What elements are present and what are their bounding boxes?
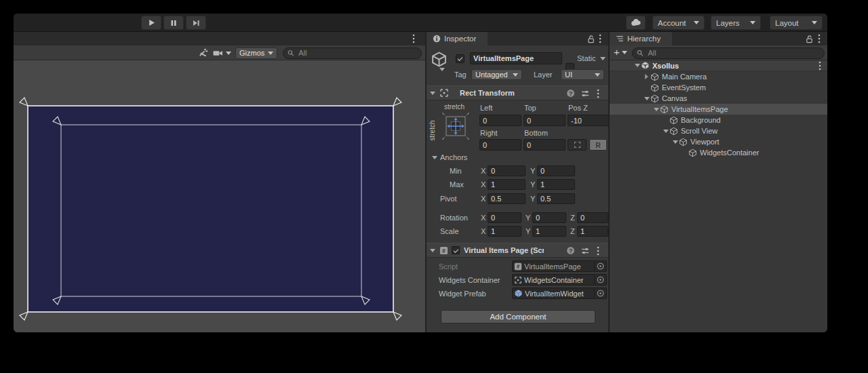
pivot-x-field[interactable] (488, 193, 526, 204)
account-dropdown[interactable]: Account (652, 16, 705, 30)
scene-row-xsollus[interactable]: Xsollus (610, 60, 827, 71)
foldout-expanded-icon[interactable] (663, 130, 669, 133)
play-button[interactable] (141, 16, 161, 30)
anchor-preset-widget[interactable] (441, 112, 470, 140)
create-object-button[interactable]: + (614, 47, 627, 58)
hierarchy-item-eventsystem[interactable]: EventSystem (610, 82, 827, 93)
inspector-tab-label: Inspector (444, 35, 476, 43)
hierarchy-item-main-camera[interactable]: Main Camera (610, 71, 827, 82)
scene-canvas[interactable] (14, 60, 425, 332)
anchor-min-y-field[interactable] (537, 165, 575, 176)
component-enabled-checkbox[interactable] (452, 246, 460, 254)
rotation-x-field[interactable] (488, 212, 521, 223)
hierarchy-item-background[interactable]: Background (610, 115, 827, 125)
scale-y-field[interactable] (532, 226, 566, 237)
anchor-min-x-field[interactable] (488, 165, 526, 176)
active-checkbox[interactable] (456, 54, 465, 63)
lock-icon[interactable] (587, 35, 595, 43)
foldout-expanded-icon[interactable] (430, 249, 435, 252)
foldout-expanded-icon[interactable] (430, 92, 435, 95)
hierarchy-item-virtualitemspage[interactable]: VirtualItemsPage (610, 104, 827, 115)
hierarchy-item-scroll-view[interactable]: Scroll View (610, 125, 827, 136)
anchor-max-y-field[interactable] (537, 179, 575, 190)
scene-search-field[interactable] (283, 47, 422, 59)
gizmos-dropdown[interactable]: Gizmos (235, 47, 277, 59)
anchor-handle-bottom-left[interactable] (20, 312, 28, 320)
help-icon[interactable] (566, 89, 575, 98)
hierarchy-menu-icon[interactable] (818, 34, 821, 43)
foldout-expanded-icon[interactable] (635, 64, 640, 67)
presets-icon[interactable] (580, 246, 590, 256)
rect-right-field[interactable] (479, 139, 521, 151)
scale-z-field[interactable] (577, 226, 608, 237)
hierarchy-item-canvas[interactable]: Canvas (610, 93, 827, 104)
anchor-handle-top-right[interactable] (393, 98, 401, 106)
lock-icon[interactable] (805, 35, 814, 43)
step-button[interactable] (186, 16, 206, 30)
add-component-label: Add Component (490, 313, 546, 321)
gameobject-icon-caret[interactable] (439, 68, 445, 71)
layer-dropdown[interactable]: UI (561, 69, 604, 80)
hierarchy-search-input[interactable] (646, 48, 820, 58)
cloud-services-button[interactable] (626, 16, 646, 30)
static-dropdown-caret[interactable] (600, 57, 606, 60)
object-picker-icon[interactable] (594, 262, 605, 271)
item-label: Canvas (662, 94, 687, 102)
anchor-max-x-field[interactable] (488, 179, 526, 190)
search-icon (288, 50, 294, 57)
scale-x-field[interactable] (488, 226, 521, 237)
rect-left-field[interactable] (479, 115, 521, 126)
help-icon[interactable] (566, 246, 575, 255)
pivot-y-field[interactable] (537, 193, 575, 204)
widgets-container-value: WidgetsContainer (524, 276, 583, 284)
rect-top-field[interactable] (524, 115, 566, 126)
rect-bottom-field[interactable] (524, 139, 566, 151)
rect-pos-z-field[interactable] (568, 115, 610, 126)
anchors-label: Anchors (440, 153, 467, 161)
scene-row-menu-icon[interactable] (818, 61, 821, 71)
account-label: Account (658, 19, 686, 27)
y-axis-label: Y (530, 167, 535, 175)
script-component-header[interactable]: Virtual Items Page (Script) (427, 243, 608, 258)
component-menu-icon[interactable] (597, 246, 599, 256)
anchor-handle-bottom-right[interactable] (393, 312, 401, 320)
scene-camera-dropdown[interactable] (213, 49, 231, 58)
object-picker-icon[interactable] (594, 289, 605, 298)
widget-prefab-object-field[interactable]: VirtualItemWidget (512, 288, 607, 299)
tag-dropdown[interactable]: Untagged (471, 69, 522, 80)
add-component-button[interactable]: Add Component (441, 310, 595, 323)
script-object-field[interactable]: VirtualItemsPage (512, 260, 607, 272)
blueprint-mode-button[interactable] (568, 139, 587, 151)
foldout-expanded-icon[interactable] (673, 140, 678, 144)
foldout-collapsed-icon[interactable] (645, 74, 648, 79)
raw-edit-mode-button[interactable]: R (589, 139, 607, 151)
hierarchy-search-field[interactable] (632, 47, 825, 59)
scene-search-input[interactable] (297, 48, 417, 58)
rect-transform-header[interactable]: Rect Transform (427, 85, 608, 100)
component-menu-icon[interactable] (597, 89, 599, 98)
gameobject-name-field[interactable] (470, 52, 562, 64)
hierarchy-panel: Hierarchy + Xsollus (608, 32, 827, 332)
tab-inspector[interactable]: Inspector (427, 32, 488, 45)
hierarchy-item-viewport[interactable]: Viewport (610, 136, 827, 147)
tab-hierarchy[interactable]: Hierarchy (610, 32, 672, 45)
layout-dropdown[interactable]: Layout (770, 16, 823, 30)
foldout-expanded-icon[interactable] (654, 108, 659, 111)
hierarchy-item-widgetscontainer[interactable]: WidgetsContainer (610, 147, 827, 158)
anchor-handle-top-left[interactable] (20, 98, 28, 106)
pause-button[interactable] (163, 16, 184, 30)
object-picker-icon[interactable] (594, 275, 605, 284)
presets-icon[interactable] (580, 89, 590, 98)
rotation-z-field[interactable] (577, 212, 608, 223)
rotation-y-field[interactable] (532, 212, 566, 223)
widgets-container-object-field[interactable]: WidgetsContainer (512, 274, 607, 286)
script-icon (514, 262, 522, 271)
layers-dropdown[interactable]: Layers (711, 16, 761, 30)
chevron-down-icon (622, 51, 627, 54)
layout-label: Layout (775, 19, 799, 27)
foldout-expanded-icon[interactable] (644, 97, 650, 100)
anchors-foldout-icon[interactable] (432, 156, 437, 159)
tools-icon[interactable] (198, 47, 208, 58)
scene-pane-menu-icon[interactable] (412, 34, 415, 43)
inspector-menu-icon[interactable] (599, 34, 601, 43)
